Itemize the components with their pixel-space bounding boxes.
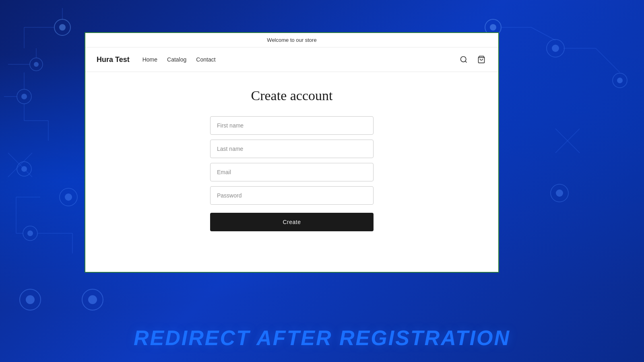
svg-point-10 (21, 94, 27, 99)
create-button[interactable]: Create (210, 213, 374, 231)
svg-point-29 (552, 45, 559, 52)
nav-link-home[interactable]: Home (142, 56, 157, 63)
store-logo: Hura Test (97, 56, 130, 64)
svg-line-37 (596, 48, 620, 72)
nav-link-contact[interactable]: Contact (196, 56, 215, 63)
svg-line-35 (531, 27, 555, 40)
nav-link-catalog[interactable]: Catalog (167, 56, 186, 63)
svg-point-27 (490, 24, 496, 31)
first-name-input[interactable] (210, 116, 374, 135)
page-title: Create account (251, 88, 333, 103)
announcement-text: Welcome to our store (267, 37, 316, 43)
main-content: Create account Create (85, 72, 498, 272)
cart-icon (477, 56, 485, 64)
email-input[interactable] (210, 163, 374, 181)
create-account-form: Create (210, 116, 374, 231)
svg-point-21 (27, 230, 33, 236)
bottom-banner-text: REDIRECT AFTER REGISTRATION (134, 326, 510, 350)
search-icon (460, 56, 468, 64)
nav-header: Hura Test Home Catalog Contact (85, 47, 498, 72)
svg-point-6 (34, 62, 39, 67)
svg-point-23 (88, 295, 97, 304)
svg-point-33 (556, 189, 563, 197)
nav-icons (458, 54, 487, 65)
announcement-bar: Welcome to our store (85, 33, 498, 47)
last-name-input[interactable] (210, 140, 374, 158)
store-window: Welcome to our store Hura Test Home Cata… (85, 32, 499, 273)
password-input[interactable] (210, 186, 374, 205)
svg-point-47 (461, 57, 466, 62)
search-button[interactable] (458, 54, 469, 65)
svg-point-1 (59, 24, 66, 31)
svg-line-48 (465, 61, 467, 63)
nav-links: Home Catalog Contact (142, 56, 458, 63)
svg-point-31 (617, 78, 623, 83)
svg-point-19 (65, 193, 72, 201)
cart-button[interactable] (476, 54, 487, 65)
svg-point-25 (26, 295, 35, 304)
bottom-banner: REDIRECT AFTER REGISTRATION (0, 314, 644, 362)
